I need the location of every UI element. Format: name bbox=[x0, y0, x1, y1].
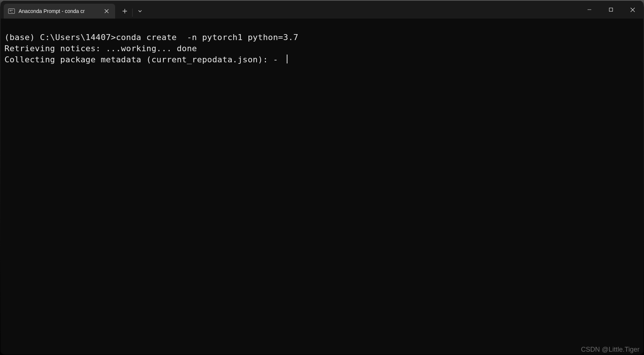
titlebar-drag-region[interactable] bbox=[147, 1, 579, 19]
close-icon bbox=[104, 9, 109, 13]
maximize-icon bbox=[609, 7, 613, 12]
minimize-icon bbox=[587, 7, 592, 12]
watermark: CSDN @Little.Tiger bbox=[581, 346, 640, 354]
terminal-line: Collecting package metadata (current_rep… bbox=[4, 55, 283, 64]
window-controls bbox=[579, 1, 643, 19]
tab-dropdown-button[interactable] bbox=[133, 4, 147, 19]
minimize-button[interactable] bbox=[579, 1, 600, 19]
titlebar: Anaconda Prompt - conda cr bbox=[1, 1, 643, 19]
tab-title: Anaconda Prompt - conda cr bbox=[19, 8, 102, 14]
chevron-down-icon bbox=[137, 9, 143, 14]
plus-icon bbox=[122, 9, 127, 14]
window-close-button[interactable] bbox=[622, 1, 643, 19]
terminal-output[interactable]: (base) C:\Users\14407>conda create -n py… bbox=[1, 19, 643, 354]
svg-rect-5 bbox=[609, 8, 613, 11]
terminal-icon bbox=[8, 9, 15, 14]
terminal-line: (base) C:\Users\14407>conda create -n py… bbox=[4, 33, 298, 42]
titlebar-actions bbox=[115, 1, 147, 19]
tab-active[interactable]: Anaconda Prompt - conda cr bbox=[4, 4, 115, 19]
text-cursor bbox=[287, 55, 287, 63]
maximize-button[interactable] bbox=[600, 1, 622, 19]
terminal-line: Retrieving notices: ...working... done bbox=[4, 44, 197, 53]
tab-close-button[interactable] bbox=[102, 6, 111, 16]
terminal-window: Anaconda Prompt - conda cr bbox=[1, 1, 643, 354]
new-tab-button[interactable] bbox=[117, 4, 132, 19]
close-icon bbox=[630, 7, 635, 12]
